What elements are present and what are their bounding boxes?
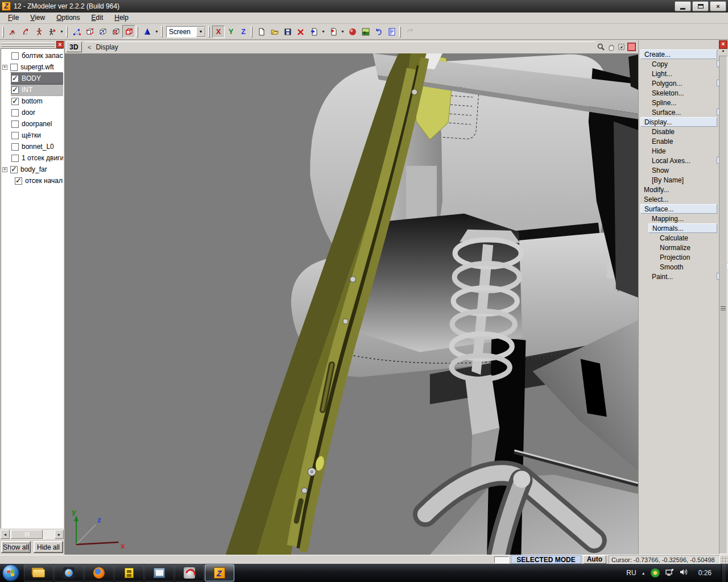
menu-item[interactable]: Help [109, 13, 134, 23]
command-item[interactable]: Copy [648, 59, 717, 69]
toolbar-grip[interactable] [251, 26, 253, 38]
screen-space-select[interactable]: Screen ▼ [166, 26, 206, 38]
antivirus-tray-icon[interactable] [651, 568, 660, 577]
visibility-checkbox[interactable] [11, 75, 19, 82]
command-item[interactable]: Display... [640, 117, 717, 127]
toolbar-grip[interactable] [161, 26, 163, 38]
scene-node-row[interactable]: + supergt.wft [2, 61, 63, 73]
visibility-checkbox[interactable] [10, 166, 18, 173]
commands-scrollbar[interactable]: × ▲ [719, 40, 727, 554]
toolbar-grip[interactable] [2, 26, 4, 38]
minimize-button[interactable] [675, 1, 691, 11]
command-item[interactable]: Paint... [648, 272, 717, 281]
command-item[interactable]: Light... [648, 69, 717, 78]
breadcrumb-back-icon[interactable]: < [88, 44, 91, 51]
command-item[interactable]: Local Axes... [648, 156, 717, 165]
axis-toggle-button[interactable]: Y [225, 26, 237, 38]
orbit-icon[interactable] [616, 42, 626, 52]
command-item[interactable]: Calculate [656, 233, 717, 243]
scene-node-row[interactable]: + bottom [11, 95, 63, 107]
visibility-checkbox[interactable] [11, 98, 19, 105]
pivot-cone-icon[interactable] [140, 25, 154, 38]
hide-all-button[interactable]: Hide all [34, 541, 63, 553]
scrollbar-thumb[interactable] [11, 530, 43, 539]
scene-node-row[interactable]: + body_far [2, 164, 63, 175]
command-item[interactable]: Hide [648, 146, 717, 156]
scene-log-icon[interactable] [385, 25, 398, 38]
language-indicator[interactable]: RU [626, 569, 636, 577]
dropdown-caret-icon[interactable]: ▼ [340, 25, 346, 38]
auto-toggle[interactable]: Auto [583, 555, 606, 564]
open-file-icon[interactable] [268, 25, 281, 38]
axis-toggle-button[interactable]: Z [237, 26, 250, 38]
command-item[interactable]: [By Name] [648, 175, 717, 185]
hidden-icons-arrow[interactable]: ▲ [642, 571, 646, 575]
command-item[interactable]: Projection [656, 252, 717, 262]
expander-icon[interactable]: + [2, 167, 7, 172]
visibility-checkbox[interactable] [11, 132, 19, 139]
taskbar-app[interactable] [114, 564, 144, 581]
commands-scrollbar-track[interactable] [719, 56, 727, 554]
taskbar-app[interactable] [205, 564, 234, 581]
delete-icon[interactable] [294, 25, 307, 38]
animation-icon[interactable] [46, 25, 59, 38]
menu-item[interactable]: Edit [86, 13, 109, 23]
maximize-viewport-icon[interactable] [627, 43, 636, 51]
material-sphere-icon[interactable] [346, 25, 359, 38]
dropdown-caret-icon[interactable]: ▼ [320, 25, 326, 38]
scene-node-row[interactable]: + щётки [11, 130, 63, 141]
skeleton-pose-icon[interactable] [32, 25, 46, 38]
visibility-checkbox[interactable] [11, 52, 19, 60]
objects-mode-icon[interactable] [122, 25, 135, 38]
scene-node-row[interactable]: + BODY [11, 73, 63, 84]
edges-mode-icon[interactable] [83, 25, 96, 38]
commands-scrollbar-grip[interactable] [721, 305, 726, 311]
taskbar-app[interactable] [84, 564, 114, 581]
title-bar[interactable]: Z 12 - ZModeler ver 2.2.2 (Build 964) × [0, 0, 728, 13]
menu-item[interactable]: View [24, 13, 51, 23]
show-all-button[interactable]: Show all [1, 541, 31, 553]
scrollbar-track[interactable] [10, 530, 55, 539]
toolbar-grip[interactable] [136, 26, 138, 38]
undo-icon[interactable] [372, 25, 385, 38]
menu-item[interactable]: File [2, 13, 24, 23]
panel-close-icon[interactable]: × [56, 41, 64, 48]
commands-panel-close-icon[interactable]: × [719, 40, 727, 49]
scene-node-row[interactable]: + door [11, 107, 63, 118]
command-item[interactable]: Modify... [640, 185, 717, 194]
command-item[interactable]: Enable [648, 136, 717, 146]
export-icon[interactable] [326, 25, 340, 38]
select-rotate-icon[interactable] [19, 25, 32, 38]
command-item[interactable]: Normals... [648, 223, 717, 233]
command-item[interactable]: Skeleton... [648, 88, 717, 98]
scroll-up-icon[interactable]: ▲ [719, 49, 727, 56]
new-file-icon[interactable] [255, 25, 268, 38]
visibility-checkbox[interactable] [15, 177, 22, 185]
visibility-checkbox[interactable] [11, 120, 19, 128]
visibility-checkbox[interactable] [11, 109, 19, 117]
visibility-checkbox[interactable] [10, 64, 18, 71]
select-move-icon[interactable] [6, 25, 19, 38]
network-tray-icon[interactable] [665, 568, 674, 578]
command-item[interactable]: Surface... [640, 204, 717, 214]
toolbar-grip[interactable] [399, 26, 401, 38]
command-item[interactable]: Normalize [656, 243, 717, 252]
scene-node-row[interactable]: + INT [11, 84, 63, 95]
scene-node-row[interactable]: + doorpanel [11, 118, 63, 130]
polygons-mode-icon[interactable] [109, 25, 122, 38]
scene-node-row[interactable]: + 1 отсек двиги [11, 152, 63, 164]
clock[interactable]: 0:26 [694, 569, 716, 577]
volume-tray-icon[interactable] [679, 568, 689, 578]
command-item[interactable]: Smooth [656, 262, 717, 272]
toolbar-grip[interactable] [208, 26, 210, 38]
command-item[interactable]: Create... [640, 49, 717, 59]
toolbar-grip[interactable] [66, 26, 68, 38]
scene-node-row[interactable]: + bonnet_L0 [11, 141, 63, 152]
texture-view-icon[interactable] [359, 25, 372, 38]
command-item[interactable]: Disable [648, 127, 717, 136]
chevron-down-icon[interactable]: ▼ [196, 27, 205, 37]
axis-toggle-button[interactable]: X [212, 26, 225, 38]
pan-hand-icon[interactable] [606, 42, 616, 52]
command-item[interactable]: Spline... [648, 98, 717, 107]
resize-grip[interactable] [720, 556, 728, 564]
